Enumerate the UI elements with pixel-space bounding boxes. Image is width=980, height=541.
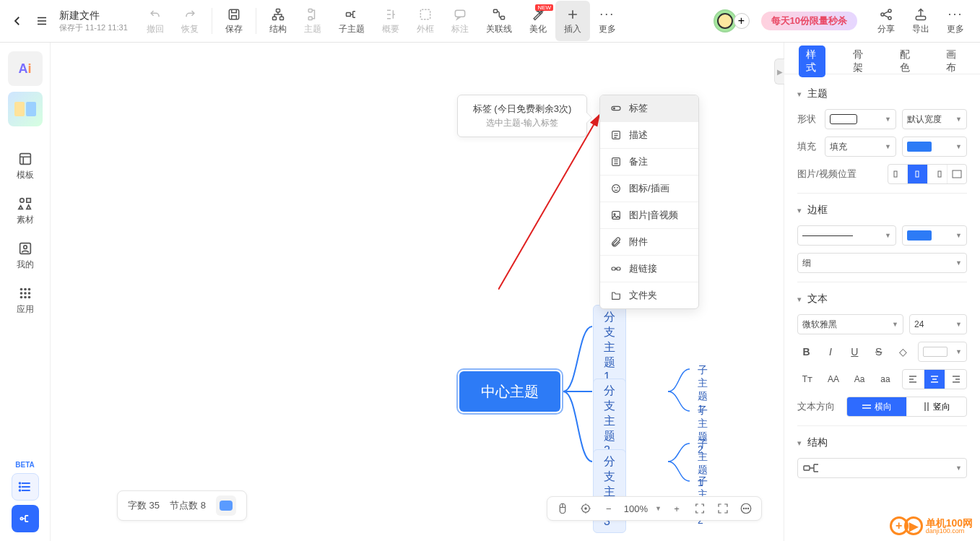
beautify-button[interactable]: 美化NEW bbox=[521, 1, 555, 41]
clear-format-button[interactable]: ◇ bbox=[893, 342, 911, 361]
section-border[interactable]: ▾边框 bbox=[797, 204, 967, 217]
back-button[interactable] bbox=[7, 11, 27, 31]
mindmap-mode-button[interactable] bbox=[12, 505, 39, 532]
text-color-select[interactable]: ▼ bbox=[918, 342, 967, 362]
subtopic-button[interactable]: 子主题 bbox=[330, 1, 373, 41]
panel-collapse-handle[interactable]: ▶ bbox=[774, 59, 784, 85]
focus-icon[interactable] bbox=[578, 501, 594, 516]
redo-button[interactable]: 恢复 bbox=[173, 1, 207, 41]
dd-note[interactable]: 备注 bbox=[600, 149, 698, 176]
save-button[interactable]: 保存 bbox=[217, 1, 251, 41]
left-rail: Ai 模板 素材 我的 应用 BETA bbox=[0, 43, 51, 541]
more-button[interactable]: ···更多 bbox=[590, 1, 625, 41]
dd-tag[interactable]: 标签 bbox=[600, 95, 698, 122]
case-lower[interactable]: aa bbox=[875, 370, 896, 389]
border-color-select[interactable]: ▼ bbox=[902, 225, 967, 246]
section-topic[interactable]: ▾主题 bbox=[797, 87, 967, 100]
callout-button[interactable]: 标注 bbox=[443, 1, 477, 41]
imgpos-left[interactable] bbox=[888, 165, 908, 183]
svg-point-21 bbox=[24, 288, 27, 291]
promo-banner[interactable]: 每天10份限量秒杀 bbox=[761, 12, 857, 30]
shape-select[interactable]: ▼ bbox=[825, 109, 896, 129]
tab-canvas[interactable]: 画布 bbox=[939, 46, 966, 77]
fit-icon[interactable] bbox=[692, 501, 708, 516]
svg-point-16 bbox=[19, 199, 24, 203]
align-left[interactable] bbox=[903, 370, 924, 389]
menu-button[interactable] bbox=[32, 11, 52, 31]
dd-link[interactable]: 超链接 bbox=[600, 256, 698, 282]
summary-button[interactable]: 概要 bbox=[373, 1, 408, 41]
share-button[interactable]: 分享 bbox=[869, 1, 903, 41]
imgpos-center[interactable] bbox=[908, 165, 927, 183]
dd-attach[interactable]: 附件 bbox=[600, 229, 698, 256]
struct-select[interactable]: ▼ bbox=[797, 458, 967, 478]
shape-label: 形状 bbox=[797, 113, 819, 126]
dir-horizontal[interactable]: 横向 bbox=[847, 397, 907, 416]
zoom-out-button[interactable]: − bbox=[601, 501, 617, 516]
fill-color-select[interactable]: ▼ bbox=[902, 137, 967, 157]
dd-folder[interactable]: 文件夹 bbox=[600, 282, 698, 308]
svg-point-49 bbox=[743, 508, 744, 508]
structure-button[interactable]: 结构 bbox=[261, 1, 295, 41]
svg-rect-6 bbox=[346, 12, 350, 16]
template-button[interactable]: 模板 bbox=[8, 147, 43, 186]
canvas[interactable]: 标签 (今日免费剩余3次) 选中主题-输入标签 标签 描述 备注 图标/插画 图… bbox=[51, 43, 784, 541]
mouse-mode-icon[interactable] bbox=[555, 501, 571, 516]
underline-button[interactable]: U bbox=[846, 342, 864, 361]
align-group[interactable] bbox=[902, 369, 967, 389]
border-width-select[interactable]: 细▼ bbox=[797, 253, 967, 273]
svg-point-32 bbox=[20, 517, 22, 519]
tab-skeleton[interactable]: 骨架 bbox=[846, 46, 872, 77]
fill-select[interactable]: 填充▼ bbox=[825, 137, 896, 157]
strike-button[interactable]: S bbox=[870, 342, 888, 361]
more2-button[interactable]: ···更多 bbox=[938, 1, 973, 41]
export-button[interactable]: 导出 bbox=[903, 1, 938, 41]
italic-button[interactable]: I bbox=[821, 342, 839, 361]
apps-button[interactable]: 应用 bbox=[8, 281, 43, 320]
tag-tooltip: 标签 (今日免费剩余3次) 选中主题-输入标签 bbox=[457, 95, 587, 137]
relation-button[interactable]: 关联线 bbox=[477, 1, 521, 41]
tab-style[interactable]: 样式 bbox=[799, 46, 825, 77]
theme-gallery-button[interactable] bbox=[8, 92, 43, 126]
text-dir-group[interactable]: 横向 竖向 bbox=[846, 397, 967, 417]
ai-button[interactable]: Ai bbox=[8, 51, 43, 86]
avatar[interactable] bbox=[714, 9, 737, 33]
center-topic-node[interactable]: 中心主题 bbox=[459, 371, 560, 412]
dd-media[interactable]: 图片|音视频 bbox=[600, 202, 698, 229]
dir-vertical[interactable]: 竖向 bbox=[907, 397, 966, 416]
case-tt[interactable]: Tᴛ bbox=[797, 370, 818, 389]
align-center[interactable] bbox=[924, 370, 946, 389]
outline-button[interactable] bbox=[12, 473, 39, 501]
mine-button[interactable]: 我的 bbox=[8, 236, 43, 275]
theme-button[interactable]: 主题 bbox=[295, 1, 330, 41]
imgpos-full[interactable] bbox=[948, 165, 966, 183]
options-icon[interactable] bbox=[738, 501, 754, 516]
zoom-value[interactable]: 100% bbox=[624, 503, 648, 514]
frame-button[interactable]: 外框 bbox=[408, 1, 443, 41]
font-size-select[interactable]: 24▼ bbox=[909, 314, 967, 334]
svg-point-22 bbox=[27, 288, 30, 291]
border-style-select[interactable]: ▼ bbox=[797, 225, 896, 246]
case-upper[interactable]: AA bbox=[823, 370, 844, 389]
width-select[interactable]: 默认宽度▼ bbox=[902, 109, 967, 129]
bold-button[interactable]: B bbox=[797, 342, 815, 361]
zoom-in-button[interactable]: + bbox=[669, 501, 685, 516]
fullscreen-icon[interactable] bbox=[715, 501, 731, 516]
insert-button[interactable]: 插入 bbox=[555, 1, 590, 41]
imgpos-right[interactable] bbox=[928, 165, 948, 183]
align-right[interactable] bbox=[945, 370, 966, 389]
branch-node-1[interactable]: 分支主题 1 bbox=[593, 305, 626, 389]
section-struct[interactable]: ▾结构 bbox=[797, 436, 967, 449]
add-collaborator-button[interactable]: + bbox=[734, 13, 750, 29]
section-text[interactable]: ▾文本 bbox=[797, 293, 967, 306]
imgpos-group[interactable] bbox=[888, 164, 967, 184]
asset-button[interactable]: 素材 bbox=[8, 191, 43, 230]
undo-button[interactable]: 撤回 bbox=[138, 1, 173, 41]
tab-color[interactable]: 配色 bbox=[893, 46, 919, 77]
svg-point-39 bbox=[617, 187, 618, 188]
dd-desc[interactable]: 描述 bbox=[600, 122, 698, 149]
bot-icon[interactable] bbox=[216, 495, 236, 516]
case-title[interactable]: Aa bbox=[849, 370, 870, 389]
font-select[interactable]: 微软雅黑▼ bbox=[797, 314, 903, 334]
dd-icon[interactable]: 图标/插画 bbox=[600, 176, 698, 202]
